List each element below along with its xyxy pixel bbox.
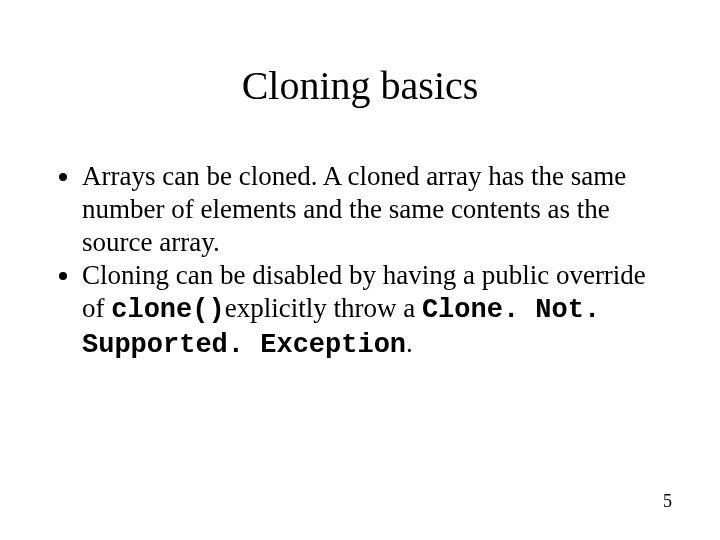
bullet-text: .: [406, 328, 413, 358]
bullet-text: explicitly throw a: [225, 293, 422, 323]
list-item: Arrays can be cloned. A cloned array has…: [82, 160, 666, 259]
bullet-text: Arrays can be cloned. A cloned array has…: [82, 161, 626, 257]
slide-body: Arrays can be cloned. A cloned array has…: [54, 160, 666, 362]
page-number: 5: [663, 491, 672, 512]
list-item: Cloning can be disabled by having a publ…: [82, 259, 666, 362]
slide-title: Cloning basics: [0, 62, 720, 109]
bullet-list: Arrays can be cloned. A cloned array has…: [54, 160, 666, 362]
slide: Cloning basics Arrays can be cloned. A c…: [0, 0, 720, 540]
code-inline: clone(): [111, 295, 224, 325]
